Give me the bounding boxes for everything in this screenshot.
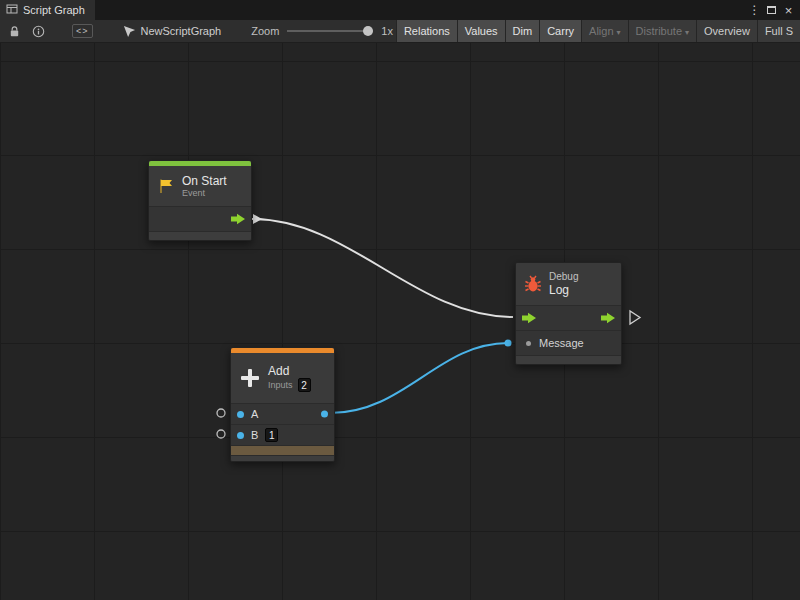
node-on-start[interactable]: On Start Event	[148, 160, 252, 241]
titlebar-spacer	[95, 0, 746, 20]
lock-icon[interactable]	[4, 21, 24, 41]
align-dropdown[interactable]: Align▾	[581, 20, 627, 42]
wire-layer	[0, 43, 800, 600]
port-a-input[interactable]	[237, 411, 244, 418]
port-b-value-field[interactable]: 1	[265, 428, 278, 442]
plus-icon	[239, 367, 261, 389]
zoom-value: 1x	[381, 25, 393, 37]
node-category: Debug	[549, 271, 578, 283]
tab-title: Script Graph	[23, 4, 85, 16]
add-node-bottom-strip	[231, 445, 334, 455]
graph-asset[interactable]: NewScriptGraph	[123, 25, 222, 38]
add-result-output-port[interactable]	[321, 411, 328, 418]
graph-asset-name: NewScriptGraph	[141, 25, 222, 37]
port-row-b: B 1	[231, 424, 334, 445]
wire-onstart-to-log[interactable]	[252, 219, 513, 317]
info-icon[interactable]	[28, 21, 48, 41]
maximize-button[interactable]	[763, 1, 780, 19]
node-title: Log	[549, 283, 578, 297]
control-output-port-icon[interactable]	[230, 213, 246, 225]
chevron-down-icon: ▾	[685, 28, 689, 37]
dim-toggle[interactable]: Dim	[505, 20, 540, 42]
window-menu-button[interactable]: ⋮	[746, 1, 763, 19]
overview-button[interactable]: Overview	[696, 20, 757, 42]
bug-icon	[524, 275, 542, 293]
zoom-label: Zoom	[251, 25, 279, 37]
maximize-icon	[767, 6, 776, 14]
port-b-label: B	[251, 429, 258, 441]
graph-arrow-icon	[123, 25, 136, 38]
zoom-slider-thumb[interactable]	[363, 26, 373, 36]
node-footer	[149, 231, 251, 240]
node-title: Add	[268, 364, 311, 378]
zoom-slider[interactable]	[287, 30, 373, 32]
script-graph-tab-icon	[6, 3, 18, 17]
tab-script-graph[interactable]: Script Graph	[0, 0, 95, 20]
node-header: On Start Event	[149, 166, 251, 206]
wire-start-arrow-icon	[253, 214, 262, 224]
window-controls: ⋮ ×	[746, 0, 800, 20]
message-port-row: Message	[516, 330, 621, 355]
toolbar-buttons: Relations Values Dim Carry Align▾ Distri…	[396, 20, 800, 42]
zoom-control: Zoom 1x	[251, 25, 393, 37]
graph-canvas[interactable]: On Start Event	[0, 43, 800, 600]
chevron-down-icon: ▾	[617, 28, 621, 37]
node-title: On Start	[182, 174, 227, 188]
node-subtitle: Event	[182, 188, 227, 199]
script-graph-window: Script Graph ⋮ × <> NewScriptGraph Zoom …	[0, 0, 800, 600]
distribute-dropdown[interactable]: Distribute▾	[628, 20, 696, 42]
fullscreen-button[interactable]: Full S	[757, 20, 800, 42]
node-footer	[231, 455, 334, 461]
node-header: Add Inputs 2	[231, 353, 334, 403]
message-input-port[interactable]	[526, 341, 531, 346]
control-output-port-icon[interactable]	[600, 312, 616, 324]
node-footer	[516, 355, 621, 364]
values-toggle[interactable]: Values	[457, 20, 505, 42]
port-b-input[interactable]	[237, 432, 244, 439]
node-add[interactable]: Add Inputs 2 A B 1	[230, 347, 335, 462]
graph-toolbar: <> NewScriptGraph Zoom 1x Relations Valu…	[0, 20, 800, 43]
port-b-outer-circle-icon[interactable]	[217, 430, 225, 438]
node-debug-log[interactable]: Debug Log Message	[515, 262, 622, 365]
wire-add-to-message[interactable]	[330, 343, 508, 413]
message-port-label: Message	[539, 337, 584, 349]
close-button[interactable]: ×	[780, 1, 797, 19]
onstart-port-row	[149, 206, 251, 231]
log-output-triangle-icon[interactable]	[630, 311, 640, 324]
code-preview-icon[interactable]: <>	[72, 24, 93, 38]
carry-toggle[interactable]: Carry	[539, 20, 581, 42]
node-header: Debug Log	[516, 263, 621, 305]
wire-end-dot	[505, 340, 512, 347]
log-port-row	[516, 305, 621, 330]
port-row-a: A	[231, 403, 334, 424]
title-bar: Script Graph ⋮ ×	[0, 0, 800, 20]
inputs-label: Inputs	[268, 380, 293, 391]
port-a-label: A	[251, 408, 258, 420]
inputs-count-field[interactable]: 2	[298, 378, 311, 392]
relations-toggle[interactable]: Relations	[396, 20, 457, 42]
control-input-port-icon[interactable]	[521, 312, 537, 324]
port-a-outer-circle-icon[interactable]	[217, 409, 225, 417]
flag-icon	[157, 177, 175, 195]
